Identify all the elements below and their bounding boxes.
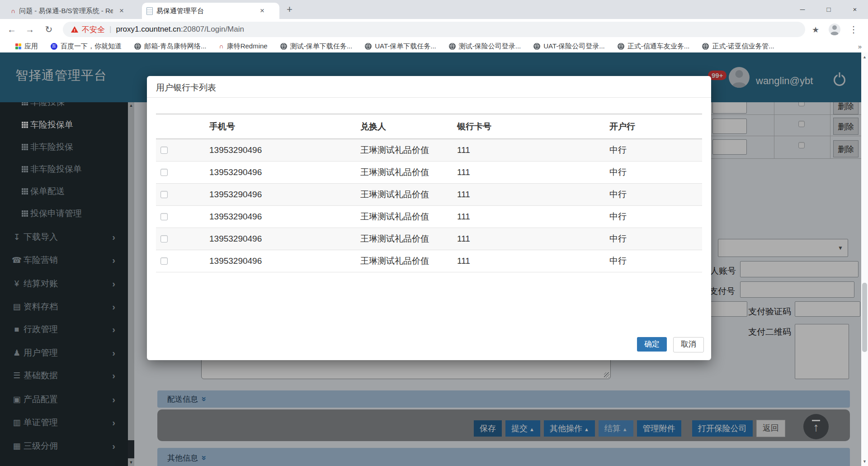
scroll-up-icon[interactable]: ▲	[861, 55, 868, 59]
table-row[interactable]: 13953290496 王琳测试礼品价值 111 中行	[156, 206, 702, 228]
bookmark-test-insurer-login[interactable]: 测试-保险公司登录...	[449, 42, 521, 51]
bookmark-baidu[interactable]: 百 百度一下，你就知道	[51, 42, 122, 51]
bookmark-star-icon[interactable]: ★	[809, 24, 822, 36]
bookmark-uat-download[interactable]: UAT-保单下载任务...	[365, 42, 436, 51]
row-checkbox[interactable]	[160, 147, 168, 154]
modal-footer: 确定 取消	[637, 337, 704, 352]
redeemer-cell: 王琳测试礼品价值	[360, 206, 457, 228]
not-secure-label[interactable]: 不安全	[82, 24, 105, 35]
bookmark-label: 测试-保险公司登录...	[459, 42, 521, 51]
bank-cell: 中行	[609, 162, 702, 184]
table-row[interactable]: 13953290496 王琳测试礼品价值 111 中行	[156, 184, 702, 206]
globe-icon	[702, 43, 709, 50]
phone-cell: 13953290496	[209, 162, 360, 184]
new-tab-button[interactable]: +	[287, 4, 292, 15]
bookmark-prod-xintong[interactable]: 正式-信通车友业务...	[618, 42, 690, 51]
bookmark-mail[interactable]: 邮箱-青岛康特网络...	[134, 42, 207, 51]
row-checkbox[interactable]	[160, 257, 168, 265]
tab-title: 问题 - 易保通-B/S管理系统 - Re	[19, 7, 113, 15]
redmine-icon: ∩	[219, 43, 224, 49]
card-cell: 111	[457, 206, 609, 228]
phone-cell: 13953290496	[209, 184, 360, 206]
bank-card-table: 手机号 兑换人 银行卡号 开户行 13953290496 王琳测试礼品价值 11…	[156, 114, 702, 272]
row-checkbox[interactable]	[160, 235, 168, 243]
redeemer-column-header: 兑换人	[360, 114, 457, 139]
bookmark-label: 测试-保单下载任务...	[290, 42, 353, 51]
modal-title: 用户银行卡列表	[156, 82, 216, 94]
redeemer-cell: 王琳测试礼品价值	[360, 139, 457, 162]
window-maximize-button[interactable]: □	[816, 0, 842, 19]
window-minimize-button[interactable]: ─	[789, 0, 816, 19]
globe-icon	[533, 43, 540, 50]
bookmark-apps[interactable]: 应用	[15, 42, 38, 51]
card-cell: 111	[457, 228, 609, 250]
window-close-button[interactable]: ×	[842, 0, 868, 19]
page-favicon-icon	[146, 7, 153, 15]
table-row[interactable]: 13953290496 王琳测试礼品价值 111 中行	[156, 139, 702, 162]
table-row[interactable]: 13953290496 王琳测试礼品价值 111 中行	[156, 228, 702, 250]
address-bar[interactable]: ! 不安全 | proxy1.countnet.cn :20807/Login/…	[63, 22, 805, 37]
baidu-icon: 百	[51, 43, 57, 50]
reload-icon[interactable]: ↻	[42, 23, 55, 36]
table-row[interactable]: 13953290496 王琳测试礼品价值 111 中行	[156, 250, 702, 272]
bookmark-label: 百度一下，你就知道	[61, 42, 122, 51]
phone-cell: 13953290496	[209, 206, 360, 228]
bank-cell: 中行	[609, 184, 702, 206]
card-cell: 111	[457, 162, 609, 184]
select-column-header	[156, 114, 209, 139]
table-row[interactable]: 13953290496 王琳测试礼品价值 111 中行	[156, 162, 702, 184]
browser-tab-redmine[interactable]: ∩ 问题 - 易保通-B/S管理系统 - Re ×	[6, 3, 131, 19]
table-header-row: 手机号 兑换人 银行卡号 开户行	[156, 114, 702, 139]
scroll-down-icon[interactable]: ▼	[861, 459, 868, 464]
bank-cell: 中行	[609, 250, 702, 272]
tab-close-icon[interactable]: ×	[117, 6, 127, 16]
modal-title-bar: 用户银行卡列表	[147, 76, 711, 98]
forward-icon[interactable]: →	[24, 23, 36, 36]
bank-cell: 中行	[609, 228, 702, 250]
url-path: :20807/Login/Main	[181, 25, 244, 34]
browser-tab-active[interactable]: 易保通管理平台 ×	[142, 3, 279, 19]
menu-dots-icon[interactable]: ⋮	[847, 23, 860, 36]
bookmark-prod-nuoyaxin[interactable]: 正式-诺亚信业务管...	[702, 42, 774, 51]
phone-cell: 13953290496	[209, 250, 360, 272]
bookmarks-overflow-chevron[interactable]: »	[858, 43, 862, 50]
bank-column-header: 开户行	[609, 114, 702, 139]
url-host: proxy1.countnet.cn	[116, 25, 181, 34]
globe-icon	[134, 43, 141, 50]
bookmark-uat-insurer-login[interactable]: UAT-保险公司登录...	[533, 42, 605, 51]
app-page: 删除 删除 删除 ▼ 人账号 支付号 支付验证码 支付二维码	[0, 52, 868, 466]
bookmark-label: 正式-诺亚信业务管...	[712, 42, 774, 51]
bookmark-label: UAT-保险公司登录...	[543, 42, 605, 51]
bookmark-label: 正式-信通车友业务...	[627, 42, 690, 51]
row-checkbox[interactable]	[160, 169, 168, 176]
bank-cell: 中行	[609, 139, 702, 162]
bookmarks-bar: 应用 百 百度一下，你就知道 邮箱-青岛康特网络... ∩ 康特Redmine …	[0, 40, 868, 52]
confirm-button[interactable]: 确定	[637, 337, 667, 352]
redeemer-cell: 王琳测试礼品价值	[360, 228, 457, 250]
globe-icon	[280, 43, 287, 50]
card-cell: 111	[457, 250, 609, 272]
bank-cell: 中行	[609, 206, 702, 228]
screen: ∩ 问题 - 易保通-B/S管理系统 - Re × 易保通管理平台 × + ─ …	[0, 0, 868, 466]
scrollbar-thumb[interactable]	[862, 283, 867, 352]
not-secure-warning-icon: !	[71, 26, 78, 33]
redeemer-cell: 王琳测试礼品价值	[360, 184, 457, 206]
row-checkbox[interactable]	[160, 191, 168, 198]
redeemer-cell: 王琳测试礼品价值	[360, 162, 457, 184]
phone-cell: 13953290496	[209, 228, 360, 250]
bookmark-label: UAT-保单下载任务...	[375, 42, 436, 51]
omnibox-divider: |	[109, 25, 111, 34]
tab-title: 易保通管理平台	[156, 7, 254, 15]
cancel-button[interactable]: 取消	[673, 337, 704, 352]
bookmark-label: 应用	[24, 42, 38, 51]
globe-icon	[449, 43, 456, 50]
page-scrollbar[interactable]: ▲ ▼	[861, 52, 868, 466]
back-icon[interactable]: ←	[5, 23, 18, 36]
bookmark-test-download[interactable]: 测试-保单下载任务...	[280, 42, 353, 51]
globe-icon	[365, 43, 372, 50]
row-checkbox[interactable]	[160, 213, 168, 220]
phone-column-header: 手机号	[209, 114, 360, 139]
bookmark-redmine[interactable]: ∩ 康特Redmine	[219, 42, 268, 51]
profile-avatar[interactable]	[829, 24, 840, 35]
tab-close-icon[interactable]: ×	[257, 6, 267, 16]
